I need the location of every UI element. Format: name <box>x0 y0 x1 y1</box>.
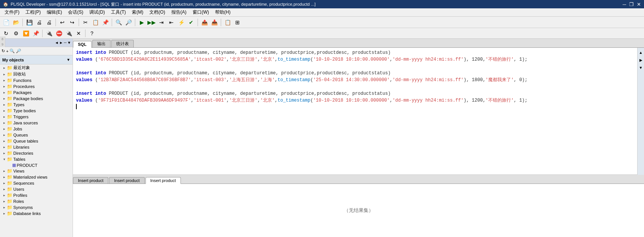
result-tab-3[interactable]: Insert product <box>146 177 181 184</box>
menu-session[interactable]: 会话(S) <box>65 8 86 16</box>
tree-item-profiles[interactable]: ▸ 📁 Profiles <box>0 192 73 198</box>
menu-help[interactable]: 帮助(H) <box>212 8 234 16</box>
menu-edit[interactable]: 编辑(E) <box>44 8 65 16</box>
menu-project[interactable]: 工程(P) <box>22 8 44 16</box>
tree-item-product[interactable]: ▦ PRODUCT <box>0 162 73 168</box>
app-logo: 🏠 <box>3 2 8 7</box>
left-strip-num1: 8 <box>2 37 3 41</box>
scroll-up-icon[interactable]: ▲ <box>638 49 644 55</box>
export-button[interactable]: 📤 <box>200 18 209 27</box>
tree-item-libraries[interactable]: ▸ 📁 Libraries <box>0 144 73 150</box>
menu-search[interactable]: 索(M) <box>129 8 146 16</box>
tree-item-tables[interactable]: ▾ 📁 Tables <box>0 156 73 162</box>
tree-item-recent[interactable]: ▸ 📁 最近对象 <box>0 64 73 71</box>
result-tabs: Insert product Insert product Insert pro… <box>73 175 644 184</box>
close-connect-button[interactable]: ✕ <box>74 29 83 38</box>
result-tab-1[interactable]: Insert product <box>73 177 108 184</box>
menu-debug[interactable]: 调试(D) <box>86 8 108 16</box>
sql-line-6 <box>76 83 634 90</box>
menu-report[interactable]: 报告(A) <box>168 8 190 16</box>
nav-forward-icon[interactable]: ► <box>59 41 63 45</box>
sql-cursor-line[interactable] <box>76 104 634 109</box>
tree-item-type-bodies[interactable]: ▸ 📁 Type bodies <box>0 108 73 114</box>
undo-button[interactable]: ↩ <box>58 18 67 27</box>
tree-item-synonyms[interactable]: ▸ 📁 Synonyms <box>0 204 73 210</box>
tree-item-directories[interactable]: ▸ 📁 Directories <box>0 150 73 156</box>
tree-item-functions[interactable]: ▸ 📁 Functions <box>0 77 73 83</box>
tree-item-jobs[interactable]: ▸ 📁 Jobs <box>0 126 73 132</box>
objects-dropdown-icon[interactable]: ▼ <box>66 58 70 62</box>
copy2-button[interactable]: 📋 <box>223 18 232 27</box>
tree-item-dblinks[interactable]: ▸ 📁 Database links <box>0 210 73 217</box>
minimize-button[interactable]: ─ <box>623 2 626 7</box>
tree-add-icon[interactable]: + <box>6 49 8 53</box>
search-button[interactable]: 🔍 <box>114 18 123 27</box>
tree-item-matviews[interactable]: ▸ 📁 Materialized views <box>0 174 73 180</box>
sql-line-8: values ('9F71F01CB448476DAFB309AA6DF9497… <box>76 97 634 104</box>
outdent-button[interactable]: ⇤ <box>167 18 176 27</box>
filter-button[interactable]: 🔽 <box>21 29 30 38</box>
run-button[interactable]: ▶ <box>137 18 146 27</box>
tab-output[interactable]: 输出 <box>92 40 111 47</box>
search2-button[interactable]: 🔎 <box>124 18 133 27</box>
tree-filter-icon[interactable]: 🔎 <box>16 49 21 53</box>
compile-button[interactable]: ⚡ <box>177 18 186 27</box>
open-button[interactable]: 📂 <box>11 18 21 27</box>
redo-button[interactable]: ↪ <box>68 18 77 27</box>
no-result-message: （无结果集） <box>344 207 373 214</box>
result-tab-2[interactable]: Insert product <box>109 177 144 184</box>
tree-item-roles[interactable]: ▸ 📁 Roles <box>0 198 73 204</box>
nav-pin-icon[interactable]: ─ <box>64 41 66 45</box>
tree-item-java-sources[interactable]: ▸ 📁 Java sources <box>0 120 73 126</box>
tree-view: ▸ 📁 最近对象 ▸ 📁 回收站 ▸ 📁 Functions ▸ 📁 Proc <box>0 64 73 237</box>
commit-button[interactable]: ✔ <box>187 18 196 27</box>
tree-item-package-bodies[interactable]: ▸ 📁 Package bodies <box>0 96 73 102</box>
import-button[interactable]: 📥 <box>210 18 219 27</box>
scroll-right-icon[interactable]: ▶ <box>638 57 644 63</box>
editor-mini-toolbar: ▲ ▶ ▼ <box>637 48 644 175</box>
menu-tools[interactable]: 工具(T) <box>108 8 129 16</box>
sql-editor[interactable]: insert into PRODUCT (id, productnum, pro… <box>73 48 637 175</box>
tree-refresh-icon[interactable]: ↻ <box>2 49 5 53</box>
text-cursor <box>76 104 77 109</box>
indent-button[interactable]: ⇥ <box>157 18 166 27</box>
tab-sql[interactable]: SQL <box>73 41 92 48</box>
tab-stats[interactable]: 统计表 <box>111 40 134 47</box>
gear-button[interactable]: ⚙ <box>11 29 21 38</box>
cut-button[interactable]: ✂ <box>81 18 90 27</box>
print2-button[interactable]: 🖨 <box>44 18 54 27</box>
disconnect-button[interactable]: ⛔ <box>54 29 63 38</box>
pin-button[interactable]: 📌 <box>31 29 40 38</box>
nav-back-icon[interactable]: ◄ <box>55 41 59 45</box>
menu-doc[interactable]: 文档(O) <box>146 8 168 16</box>
tree-item-types[interactable]: ▸ 📁 Types <box>0 102 73 108</box>
menu-file[interactable]: 文件(F) <box>2 8 22 16</box>
tree-item-triggers[interactable]: ▸ 📁 Triggers <box>0 114 73 120</box>
close-button[interactable]: ✕ <box>637 2 641 7</box>
tree-item-views[interactable]: ▸ 📁 Views <box>0 168 73 174</box>
new-connect-button[interactable]: 🔌 <box>64 29 73 38</box>
tree-item-queue-tables[interactable]: ▸ 📁 Queue tables <box>0 138 73 144</box>
scroll-down-icon[interactable]: ▼ <box>638 64 644 71</box>
restore-button[interactable]: ❐ <box>629 2 634 7</box>
run2-button[interactable]: ▶▶ <box>147 18 156 27</box>
tree-item-queues[interactable]: ▸ 📁 Queues <box>0 132 73 138</box>
tree-item-recycle[interactable]: ▸ 📁 回收站 <box>0 71 73 77</box>
paste-button[interactable]: 📌 <box>101 18 110 27</box>
tree-item-users[interactable]: ▸ 📁 Users <box>0 186 73 192</box>
save-button[interactable]: 💾 <box>25 18 34 27</box>
tree-item-procedures[interactable]: ▸ 📁 Procedures <box>0 83 73 89</box>
help-button[interactable]: ? <box>87 29 97 38</box>
grid-button[interactable]: ⊞ <box>233 18 242 27</box>
tree-item-packages[interactable]: ▸ 📁 Packages <box>0 89 73 96</box>
tree-item-sequences[interactable]: ▸ 📁 Sequences <box>0 180 73 186</box>
menu-window[interactable]: 窗口(W) <box>190 8 212 16</box>
editor-tabs: SQL 输出 统计表 <box>73 39 644 48</box>
nav-gear-icon[interactable]: ▼ <box>67 41 71 45</box>
objects-dropdown[interactable]: My objects ▼ <box>0 55 73 64</box>
new-button[interactable]: 📄 <box>2 18 11 27</box>
tree-search-icon[interactable]: 🔍 <box>9 49 15 53</box>
copy-button[interactable]: 📋 <box>91 18 100 27</box>
connect-button[interactable]: 🔌 <box>44 29 54 38</box>
print-button[interactable]: 🖨 <box>35 18 44 27</box>
